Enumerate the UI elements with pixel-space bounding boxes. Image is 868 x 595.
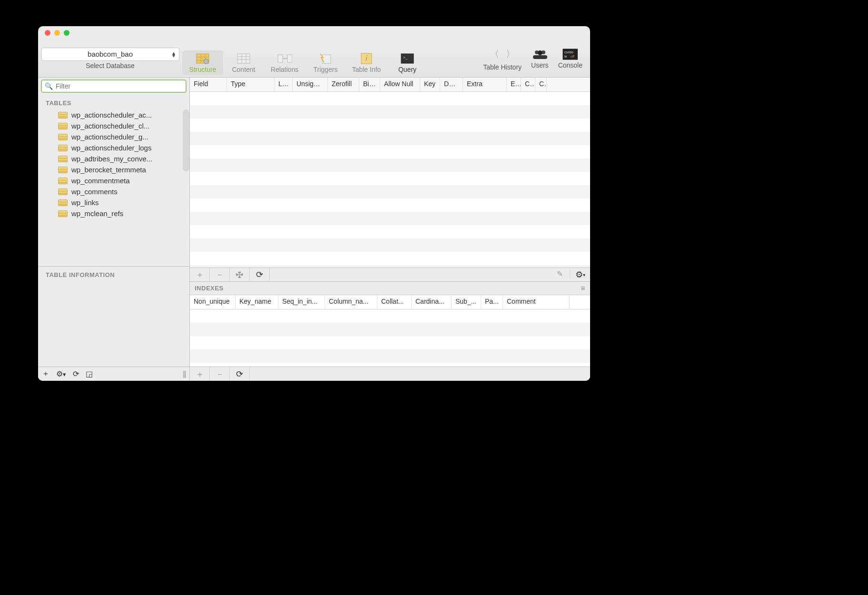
tab-triggers[interactable]: Triggers: [305, 50, 346, 75]
table-icon: [58, 112, 68, 119]
structure-icon: [195, 52, 210, 65]
table-row[interactable]: wp_commentmeta: [38, 175, 189, 186]
console-icon: consoleoff: [562, 48, 578, 60]
table-name: wp_commentmeta: [71, 177, 130, 185]
index-column-header[interactable]: Collat...: [377, 295, 412, 309]
add-field-button[interactable]: ＋: [190, 268, 210, 281]
indexes-grid[interactable]: [190, 309, 590, 367]
database-select[interactable]: baobcom_bao ▴▾: [41, 48, 179, 61]
column-header[interactable]: Allow Null: [380, 78, 420, 91]
index-column-header[interactable]: Non_unique: [190, 295, 236, 309]
index-column-header[interactable]: Seq_in_in...: [278, 295, 325, 309]
users-button[interactable]: Users: [526, 48, 553, 69]
column-header[interactable]: C...: [521, 78, 535, 91]
column-header[interactable]: Bin...: [359, 78, 380, 91]
tab-label: Content: [232, 66, 255, 73]
query-icon: >_: [400, 52, 415, 65]
table-row[interactable]: wp_actionscheduler_ac...: [38, 109, 189, 120]
index-column-header[interactable]: Pa...: [481, 295, 503, 309]
table-name: wp_actionscheduler_ac...: [71, 111, 152, 119]
index-column-header[interactable]: Key_name: [236, 295, 278, 309]
column-header[interactable]: Zerofill: [328, 78, 359, 91]
index-column-header[interactable]: Column_na...: [325, 295, 377, 309]
add-table-button[interactable]: ＋: [42, 369, 49, 379]
gear-icon[interactable]: ⚙︎▾: [56, 369, 66, 378]
history-back-button[interactable]: 〈: [488, 46, 501, 62]
window-close-button[interactable]: [45, 30, 50, 36]
svg-rect-12: [287, 55, 292, 62]
window-maximize-button[interactable]: [64, 30, 69, 36]
refresh-button[interactable]: ⟳: [73, 369, 79, 378]
column-header[interactable]: Field: [190, 78, 227, 91]
tab-relations[interactable]: Relations: [264, 50, 305, 75]
window-minimize-button[interactable]: [54, 30, 60, 36]
fields-toolbar: ＋ － ⧾ ⟳ ✎ ⚙︎▾: [190, 268, 590, 282]
refresh-fields-button[interactable]: ⟳: [250, 268, 270, 281]
resize-handle-icon[interactable]: |||: [183, 370, 186, 378]
table-row[interactable]: wp_actionscheduler_logs: [38, 142, 189, 153]
table-name: wp_comments: [71, 188, 118, 196]
table-row[interactable]: wp_comments: [38, 186, 189, 197]
table-row[interactable]: wp_actionscheduler_cl...: [38, 120, 189, 131]
table-row[interactable]: wp_mclean_refs: [38, 208, 189, 219]
table-icon: [58, 134, 68, 140]
remove-field-button[interactable]: －: [210, 268, 230, 281]
users-label: Users: [531, 61, 549, 69]
column-header[interactable]: Le...: [275, 78, 293, 91]
table-info-icon: i: [359, 52, 374, 65]
main-panel: FieldTypeLe...UnsignedZerofillBin...Allo…: [190, 78, 590, 381]
table-icon: [58, 210, 68, 217]
console-button[interactable]: consoleoff Console: [553, 48, 590, 69]
tab-table-info[interactable]: i Table Info: [346, 50, 387, 75]
column-header[interactable]: Unsigned: [293, 78, 328, 91]
svg-text:conso: conso: [564, 50, 573, 54]
tab-content[interactable]: Content: [223, 50, 264, 75]
table-icon: [58, 178, 68, 184]
table-row[interactable]: wp_berocket_termmeta: [38, 164, 189, 175]
column-header[interactable]: Def...: [440, 78, 463, 91]
chevron-updown-icon: ▴▾: [172, 51, 175, 57]
titlebar: [38, 26, 590, 40]
remove-index-button[interactable]: －: [210, 367, 230, 381]
table-name: wp_actionscheduler_g...: [71, 133, 148, 141]
content-icon: [236, 52, 251, 65]
tab-query[interactable]: >_ Query: [387, 50, 428, 75]
sidebar-scrollbar[interactable]: [183, 109, 189, 171]
column-header[interactable]: E...: [507, 78, 521, 91]
table-name: wp_adtribes_my_conve...: [71, 155, 152, 163]
index-column-header[interactable]: Sub_...: [452, 295, 481, 309]
tab-label: Table Info: [352, 66, 381, 73]
table-name: wp_links: [71, 198, 99, 207]
console-label: Console: [558, 61, 582, 69]
fields-header: FieldTypeLe...UnsignedZerofillBin...Allo…: [190, 78, 590, 92]
relations-icon: [277, 52, 292, 65]
collapse-button[interactable]: ◲: [86, 369, 93, 378]
svg-rect-6: [237, 54, 250, 63]
table-icon: [58, 145, 68, 151]
tab-label: Relations: [271, 66, 298, 73]
filter-box[interactable]: 🔍: [41, 79, 187, 93]
index-column-header[interactable]: Cardina...: [412, 295, 452, 309]
refresh-indexes-button[interactable]: ⟳: [230, 367, 250, 381]
history-forward-button[interactable]: 〉: [504, 46, 517, 62]
duplicate-field-button[interactable]: ⧾: [230, 268, 250, 281]
indexes-menu-icon[interactable]: ≡: [581, 284, 585, 293]
column-header[interactable]: Extra: [463, 78, 507, 91]
tab-label: Triggers: [314, 66, 338, 73]
table-name: wp_berocket_termmeta: [71, 166, 146, 174]
column-header[interactable]: Type: [227, 78, 275, 91]
table-row[interactable]: wp_adtribes_my_conve...: [38, 153, 189, 164]
edit-button[interactable]: ✎: [550, 269, 570, 278]
column-header[interactable]: C.: [535, 78, 547, 91]
tab-structure[interactable]: Structure: [182, 50, 223, 75]
index-column-header[interactable]: Comment: [503, 295, 570, 309]
fields-grid[interactable]: [190, 92, 590, 268]
settings-gear-button[interactable]: ⚙︎▾: [570, 269, 590, 280]
table-row[interactable]: wp_actionscheduler_g...: [38, 131, 189, 142]
filter-input[interactable]: [56, 82, 183, 90]
column-header[interactable]: Key: [420, 78, 440, 91]
table-row[interactable]: wp_links: [38, 197, 189, 208]
add-index-button[interactable]: ＋: [190, 367, 210, 381]
table-information-header: TABLE INFORMATION: [38, 267, 189, 281]
sidebar-footer: ＋ ⚙︎▾ ⟳ ◲ |||: [38, 367, 189, 381]
